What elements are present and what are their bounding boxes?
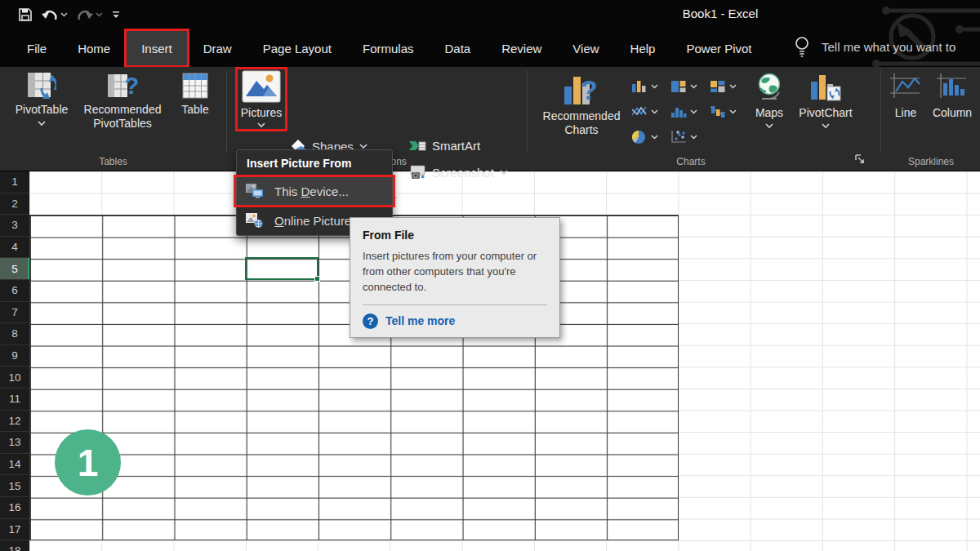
row-header-17[interactable]: 17 bbox=[0, 519, 29, 541]
row-header-9[interactable]: 9 bbox=[0, 345, 29, 367]
bar-chart-button[interactable] bbox=[670, 73, 709, 99]
smartart-button[interactable]: SmartArt bbox=[408, 139, 480, 153]
sparkline-line-label: Line bbox=[895, 106, 916, 120]
menu-item-this-device[interactable]: This Device... bbox=[237, 176, 392, 206]
row-header-13[interactable]: 13 bbox=[0, 432, 29, 454]
redo-button[interactable] bbox=[76, 7, 103, 23]
chevron-down-icon bbox=[60, 12, 68, 17]
fill-handle[interactable] bbox=[314, 276, 320, 282]
charts-group-label: Charts bbox=[536, 156, 846, 167]
tab-formulas[interactable]: Formulas bbox=[347, 29, 430, 67]
chevron-down-icon bbox=[729, 84, 737, 89]
tab-power-pivot[interactable]: Power Pivot bbox=[670, 29, 767, 67]
pivottable-button[interactable]: PivotTable bbox=[10, 72, 74, 127]
tab-file[interactable]: File bbox=[11, 29, 62, 67]
waterfall-chart-icon bbox=[709, 104, 727, 118]
maps-label: Maps bbox=[755, 106, 783, 120]
recommended-pivottables-button[interactable]: ? Recommended PivotTables bbox=[75, 72, 170, 131]
tab-help[interactable]: Help bbox=[615, 29, 671, 67]
menu-item-label: This Device... bbox=[274, 184, 349, 198]
tables-group-label: Tables bbox=[0, 156, 226, 167]
tab-draw[interactable]: Draw bbox=[188, 29, 247, 67]
smartart-icon bbox=[408, 139, 426, 153]
screenshot-label: Screenshot bbox=[432, 166, 494, 180]
statistic-chart-icon bbox=[670, 104, 688, 118]
sparkline-line-button[interactable]: Line bbox=[885, 72, 926, 120]
chevron-down-icon bbox=[690, 109, 697, 114]
hierarchy-chart-button[interactable] bbox=[709, 73, 748, 99]
row-header-14[interactable]: 14 bbox=[0, 454, 29, 476]
pivottable-label: PivotTable bbox=[16, 103, 69, 117]
row-header-5[interactable]: 5 bbox=[0, 258, 29, 280]
pictures-button[interactable]: Pictures bbox=[238, 70, 284, 128]
pivotchart-icon bbox=[809, 72, 842, 103]
online-pictures-icon bbox=[245, 212, 265, 229]
tell-me-more-link[interactable]: ? Tell me more bbox=[363, 313, 547, 329]
help-icon: ? bbox=[363, 313, 378, 329]
redo-icon bbox=[76, 7, 94, 23]
tell-me-label: Tell me what you want to bbox=[822, 40, 956, 54]
chevron-down-icon bbox=[651, 135, 658, 140]
pie-chart-button[interactable] bbox=[630, 124, 670, 149]
save-icon bbox=[18, 7, 33, 22]
step-annotation: 1 bbox=[55, 429, 121, 495]
tab-review[interactable]: Review bbox=[486, 29, 557, 67]
save-button[interactable] bbox=[18, 7, 33, 22]
maps-button[interactable]: Maps bbox=[748, 72, 791, 129]
row-header-6[interactable]: 6 bbox=[0, 280, 29, 302]
chevron-down-icon bbox=[765, 123, 773, 129]
row-header-1[interactable]: 1 bbox=[0, 171, 29, 193]
row-header-11[interactable]: 11 bbox=[0, 389, 29, 411]
tooltip-divider bbox=[363, 304, 547, 305]
column-chart-button[interactable] bbox=[630, 73, 670, 99]
row-header-15[interactable]: 15 bbox=[0, 475, 29, 497]
ribbon: PivotTable ? Recommended PivotTables Tab… bbox=[0, 67, 980, 171]
recommended-charts-button[interactable]: ? Recommended Charts bbox=[536, 72, 627, 137]
table-button[interactable]: Table bbox=[170, 72, 220, 117]
recommended-charts-label: Recommended Charts bbox=[536, 109, 627, 137]
row-header-16[interactable]: 16 bbox=[0, 497, 29, 519]
line-chart-button[interactable] bbox=[630, 99, 670, 124]
hierarchy-chart-icon bbox=[709, 79, 727, 93]
svg-text:?: ? bbox=[124, 72, 138, 99]
tell-me-search[interactable]: Tell me what you want to bbox=[794, 36, 956, 58]
tab-view[interactable]: View bbox=[557, 29, 614, 67]
row-header-18[interactable]: 18 bbox=[0, 540, 29, 551]
row-header-10[interactable]: 10 bbox=[0, 367, 29, 389]
scatter-chart-button[interactable] bbox=[670, 124, 709, 149]
row-header: 123456789101112131415161718 bbox=[0, 171, 29, 551]
sparkline-column-icon bbox=[935, 72, 969, 103]
tab-page-layout[interactable]: Page Layout bbox=[247, 29, 347, 67]
tell-me-more-label: Tell me more bbox=[385, 314, 455, 327]
row-header-12[interactable]: 12 bbox=[0, 411, 29, 433]
statistic-chart-button[interactable] bbox=[670, 99, 709, 124]
row-header-4[interactable]: 4 bbox=[0, 237, 29, 259]
tab-insert[interactable]: Insert bbox=[126, 29, 188, 67]
chevron-down-icon bbox=[96, 12, 103, 17]
customize-quick-access-button[interactable] bbox=[111, 11, 121, 19]
charts-dialog-launcher[interactable] bbox=[854, 153, 866, 169]
bar-chart-icon bbox=[670, 79, 688, 93]
undo-button[interactable] bbox=[41, 7, 68, 23]
selected-cell[interactable] bbox=[245, 257, 318, 280]
row-header-8[interactable]: 8 bbox=[0, 323, 29, 345]
waterfall-chart-button[interactable] bbox=[709, 99, 748, 124]
table-label: Table bbox=[181, 103, 208, 117]
row-header-2[interactable]: 2 bbox=[0, 193, 29, 216]
smartart-label: SmartArt bbox=[432, 139, 480, 153]
sparkline-column-label: Column bbox=[933, 106, 972, 120]
chevron-down-icon bbox=[651, 109, 658, 114]
customize-toolbar-icon bbox=[111, 11, 121, 19]
tab-data[interactable]: Data bbox=[429, 29, 486, 67]
line-chart-icon bbox=[630, 104, 648, 118]
tooltip-body: Insert pictures from your computer or fr… bbox=[363, 249, 547, 295]
sparkline-column-button[interactable]: Column bbox=[928, 72, 977, 120]
pictures-label: Pictures bbox=[241, 106, 283, 120]
chevron-down-icon bbox=[500, 170, 508, 176]
tab-home[interactable]: Home bbox=[62, 29, 126, 67]
pivotchart-button[interactable]: PivotChart bbox=[794, 72, 858, 129]
row-header-3[interactable]: 3 bbox=[0, 215, 29, 237]
menu-item-label: Online Pictures bbox=[274, 214, 358, 228]
chevron-down-icon bbox=[38, 121, 46, 127]
row-header-7[interactable]: 7 bbox=[0, 302, 29, 324]
